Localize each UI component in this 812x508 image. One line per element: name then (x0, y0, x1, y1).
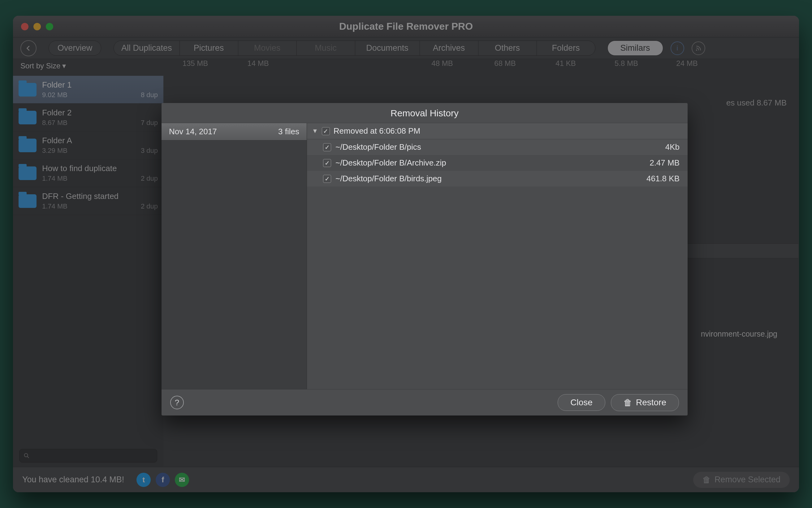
modal-title: Removal History (162, 103, 688, 123)
history-sessions-list: Nov 14, 2017 3 files (162, 123, 307, 389)
removal-history-modal: Removal History Nov 14, 2017 3 files ▼ R… (162, 103, 688, 416)
history-file-row[interactable]: ~/Desktop/Folder B/Archive.zip 2.47 MB (307, 155, 688, 171)
history-file-row[interactable]: ~/Desktop/Folder B/pics 4Kb (307, 139, 688, 155)
restore-button[interactable]: 🗑 Restore (611, 394, 679, 411)
history-file-row[interactable]: ~/Desktop/Folder B/birds.jpeg 461.8 KB (307, 171, 688, 186)
app-window: Duplicate File Remover PRO Overview All … (13, 16, 799, 492)
help-icon: ? (175, 398, 179, 408)
file-checkbox[interactable] (323, 159, 331, 167)
disclosure-triangle-icon[interactable]: ▼ (312, 127, 318, 135)
file-checkbox[interactable] (323, 143, 331, 151)
history-group-header[interactable]: ▼ Removed at 6:06:08 PM (307, 123, 688, 139)
restore-icon: 🗑 (624, 397, 632, 408)
history-session[interactable]: Nov 14, 2017 3 files (162, 123, 307, 140)
group-checkbox[interactable] (322, 127, 330, 135)
help-button[interactable]: ? (170, 396, 184, 409)
history-files-list: ▼ Removed at 6:06:08 PM ~/Desktop/Folder… (307, 123, 688, 389)
close-button[interactable]: Close (558, 394, 605, 411)
file-checkbox[interactable] (323, 175, 331, 183)
